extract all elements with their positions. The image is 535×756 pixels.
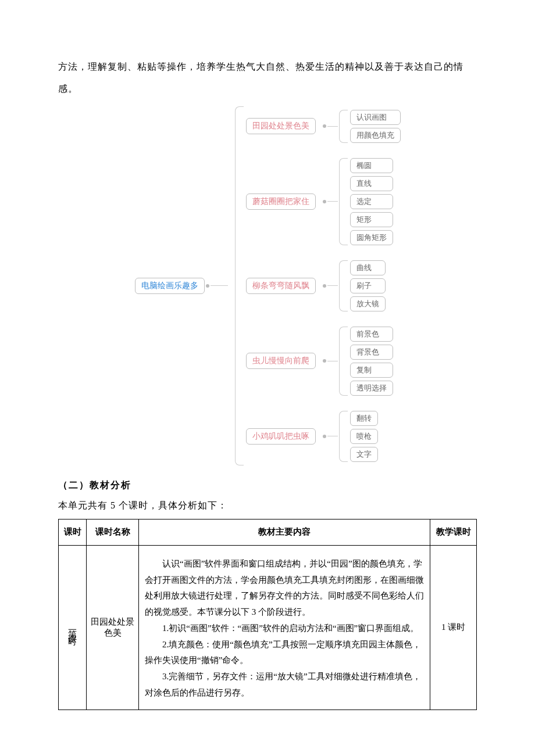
- content-paragraph: 1.初识“画图”软件：“画图”软件的启动方法和“画图”窗口界面组成。: [145, 621, 424, 637]
- mindmap-connector: [322, 359, 338, 363]
- mindmap-leaf: 认识画图: [350, 110, 401, 125]
- mindmap-leaf: 喷枪: [350, 429, 378, 444]
- th-hours: 教学课时: [430, 519, 477, 545]
- cell-content: 认识“画图”软件界面和窗口组成结构，并以“田园”图的颜色填充，学会打开画图文件的…: [139, 545, 430, 710]
- cell-hours: 1 课时: [430, 545, 477, 710]
- mindmap-leaf: 放大镜: [350, 296, 386, 311]
- mindmap-group: 田园处处景色美认识画图用颜色填充: [246, 110, 401, 143]
- mindmap-root-bracket: [235, 106, 244, 465]
- mindmap-group: 蘑菇圈圈把家住椭圆直线选定矩形圆角矩形: [246, 158, 401, 245]
- th-period: 课时: [59, 519, 87, 545]
- section-heading: （二）教材分析: [58, 479, 477, 492]
- mindmap-leaf: 圆角矩形: [350, 230, 393, 245]
- mindmap-root: 电脑绘画乐趣多: [135, 278, 205, 294]
- mindmap-group: 柳条弯弯随风飘曲线刷子放大镜: [246, 260, 401, 311]
- mindmap-group-label: 田园处处景色美: [246, 118, 316, 134]
- mindmap-group-bracket: [339, 411, 348, 462]
- cell-period: 第一课时: [59, 545, 87, 710]
- mindmap-connector: [322, 435, 338, 438]
- mindmap-leaves: 认识画图用颜色填充: [350, 110, 401, 143]
- mindmap-leaves: 椭圆直线选定矩形圆角矩形: [350, 158, 393, 245]
- mindmap-leaf: 复制: [350, 363, 393, 378]
- mindmap-connector: [322, 200, 338, 203]
- mindmap-leaf: 背景色: [350, 345, 393, 360]
- mindmap-leaf: 文字: [350, 447, 378, 462]
- table-header-row: 课时 课时名称 教材主要内容 教学课时: [59, 519, 477, 545]
- mindmap-leaves: 前景色背景色复制透明选择: [350, 327, 393, 396]
- mindmap-leaf: 透明选择: [350, 381, 393, 396]
- content-paragraph: 2.填充颜色：使用“颜色填充”工具按照一定顺序填充田园主体颜色，操作失误使用“撤…: [145, 637, 424, 669]
- content-paragraph: 认识“画图”软件界面和窗口组成结构，并以“田园”图的颜色填充，学会打开画图文件的…: [145, 556, 424, 621]
- intro-paragraph: 方法，理解复制、粘贴等操作，培养学生热气大自然、热爱生活的精神以及善于表达自己的…: [58, 56, 477, 101]
- mindmap-group-label: 蘑菇圈圈把家住: [246, 194, 316, 210]
- mindmap-connector: [322, 124, 338, 128]
- lesson-table: 课时 课时名称 教材主要内容 教学课时 第一课时 田园处处景色美 认识“画图”软…: [58, 519, 477, 710]
- mindmap-group-bracket: [339, 110, 348, 143]
- mindmap-group: 虫儿慢慢向前爬前景色背景色复制透明选择: [246, 327, 401, 396]
- mindmap-leaf: 矩形: [350, 212, 393, 227]
- mindmap-group-bracket: [339, 158, 348, 245]
- content-paragraph: 3.完善细节，另存文件：运用“放大镜”工具对细微处进行精准填色，对涂色后的作品进…: [145, 669, 424, 701]
- table-row: 第一课时 田园处处景色美 认识“画图”软件界面和窗口组成结构，并以“田园”图的颜…: [59, 545, 477, 710]
- mindmap-group: 小鸡叽叽把虫啄翻转喷枪文字: [246, 411, 401, 462]
- mindmap-leaf: 曲线: [350, 260, 386, 275]
- mindmap: 电脑绘画乐趣多 田园处处景色美认识画图用颜色填充蘑菇圈圈把家住椭圆直线选定矩形圆…: [58, 106, 477, 465]
- section-sub: 本单元共有 5 个课时，具体分析如下：: [58, 500, 477, 512]
- mindmap-leaf: 直线: [350, 176, 393, 191]
- mindmap-group-label: 柳条弯弯随风飘: [246, 278, 316, 294]
- mindmap-leaf: 用颜色填充: [350, 128, 401, 143]
- mindmap-leaf: 前景色: [350, 327, 393, 342]
- mindmap-leaves: 翻转喷枪文字: [350, 411, 378, 462]
- mindmap-group-bracket: [339, 260, 348, 311]
- mindmap-leaf: 椭圆: [350, 158, 393, 173]
- cell-name: 田园处处景色美: [87, 545, 139, 710]
- th-content: 教材主要内容: [139, 519, 430, 545]
- mindmap-group-bracket: [339, 327, 348, 396]
- mindmap-connector: [322, 284, 338, 288]
- mindmap-leaf: 选定: [350, 194, 393, 209]
- mindmap-leaf: 翻转: [350, 411, 378, 426]
- mindmap-group-label: 小鸡叽叽把虫啄: [246, 428, 316, 445]
- mindmap-group-label: 虫儿慢慢向前爬: [246, 353, 316, 369]
- mindmap-leaf: 刷子: [350, 278, 386, 293]
- th-name: 课时名称: [87, 519, 139, 545]
- mindmap-leaves: 曲线刷子放大镜: [350, 260, 386, 311]
